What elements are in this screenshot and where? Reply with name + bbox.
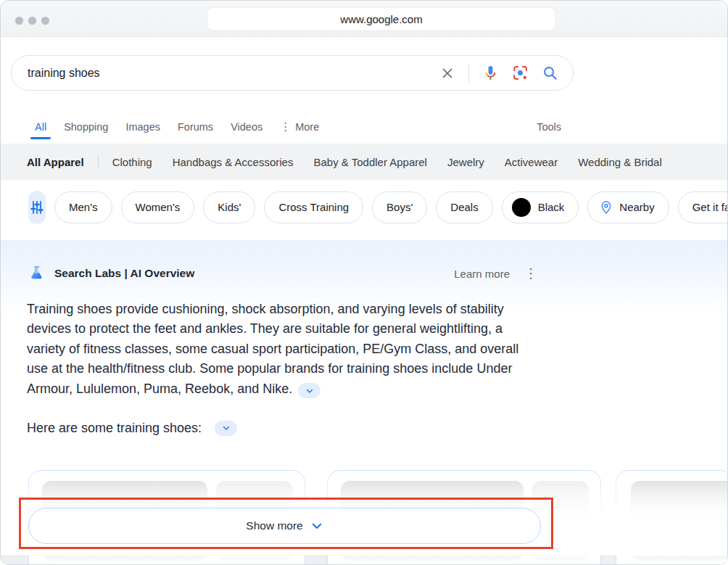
chip-label: Boys': [386, 201, 413, 213]
tab-more[interactable]: ⋮ More: [280, 110, 319, 144]
window-control-dot[interactable]: [41, 17, 49, 25]
location-pin-icon: [599, 200, 613, 215]
filter-chips-row: Men's Women's Kids' Cross Training Boys'…: [1, 180, 727, 240]
ai-overview-title: Search Labs | AI Overview: [54, 267, 194, 280]
tab-label: More: [295, 121, 319, 133]
chip-nearby[interactable]: Nearby: [587, 191, 669, 223]
ai-overview-section: Search Labs | AI Overview Learn more ⋮ T…: [1, 240, 727, 458]
search-labs-flask-icon: [28, 265, 46, 282]
address-bar[interactable]: www.google.com: [207, 8, 555, 30]
expand-list-button[interactable]: [215, 421, 237, 436]
chip-mens[interactable]: Men's: [54, 191, 112, 223]
tab-label: Images: [125, 121, 160, 133]
category-jewelry[interactable]: Jewelry: [447, 156, 484, 168]
tab-videos[interactable]: Videos: [231, 110, 262, 144]
ai-overview-intro-text: Here are some training shoes:: [27, 421, 202, 436]
category-clothing[interactable]: Clothing: [112, 156, 152, 168]
product-image-placeholder: [532, 481, 589, 561]
tools-button[interactable]: Tools: [537, 110, 561, 144]
chip-label: Men's: [69, 201, 98, 213]
chevron-down-icon: [310, 519, 323, 532]
chip-deals[interactable]: Deals: [436, 191, 492, 223]
overflow-menu-icon[interactable]: ⋮: [524, 267, 537, 280]
tab-label: All: [35, 121, 46, 133]
category-activewear[interactable]: Activewear: [505, 156, 558, 168]
tab-label: Videos: [231, 121, 262, 133]
clear-icon[interactable]: [439, 65, 455, 81]
ai-overview-body: Training shoes provide cushioning, shock…: [27, 300, 539, 399]
category-wedding-bridal[interactable]: Wedding & Bridal: [578, 156, 662, 168]
chip-label: Nearby: [619, 201, 654, 213]
window-control-dot[interactable]: [28, 17, 36, 25]
ai-overview-text: Training shoes provide cushioning, shock…: [27, 302, 518, 396]
search-query-text[interactable]: training shoes: [28, 67, 439, 80]
chip-label: Black: [538, 201, 565, 213]
tab-label: Forums: [178, 121, 213, 133]
chip-kids[interactable]: Kids': [203, 191, 255, 223]
search-input[interactable]: training shoes: [11, 55, 574, 91]
search-submit-icon[interactable]: [542, 65, 558, 81]
result-tabs: All Shopping Images Forums Videos ⋮ More…: [1, 110, 727, 144]
search-icons-divider: [468, 64, 469, 83]
address-bar-url: www.google.com: [340, 13, 422, 25]
learn-more-link[interactable]: Learn more: [454, 268, 510, 280]
chip-black[interactable]: Black: [502, 191, 579, 223]
category-baby-toddler[interactable]: Baby & Toddler Apparel: [313, 156, 427, 168]
chip-label: Deals: [450, 201, 478, 213]
expand-snippet-button[interactable]: [298, 383, 320, 398]
chip-cross-training[interactable]: Cross Training: [264, 191, 363, 223]
ai-overview-intro-row: Here are some training shoes:: [27, 418, 727, 438]
browser-window: www.google.com training shoes: [0, 0, 728, 565]
category-bar: All Apparel Clothing Handbags & Accessor…: [1, 144, 727, 180]
search-bar-section: training shoes: [1, 37, 727, 110]
category-all-apparel[interactable]: All Apparel: [27, 156, 84, 168]
chip-boys[interactable]: Boys': [372, 191, 427, 223]
product-image-placeholder: [631, 481, 728, 561]
chip-label: Get it fast: [692, 201, 728, 213]
tab-all[interactable]: All: [35, 110, 46, 144]
category-divider: [98, 154, 99, 169]
tune-filters-button[interactable]: [28, 191, 46, 224]
google-lens-icon[interactable]: [512, 65, 529, 81]
ai-overview-header: Search Labs | AI Overview Learn more ⋮: [28, 263, 537, 284]
window-control-dot[interactable]: [15, 17, 23, 25]
tools-label: Tools: [537, 121, 561, 133]
black-color-swatch: [512, 198, 531, 217]
kebab-dots-icon: ⋮: [280, 121, 291, 132]
chip-label: Kids': [218, 201, 241, 213]
product-card[interactable]: [616, 470, 728, 565]
filter-sliders-icon: [28, 199, 46, 216]
tab-label: Shopping: [64, 121, 108, 133]
chip-label: Cross Training: [278, 201, 349, 213]
voice-search-icon[interactable]: [482, 65, 499, 81]
tab-forums[interactable]: Forums: [178, 110, 213, 144]
tab-shopping[interactable]: Shopping: [64, 110, 108, 144]
tab-images[interactable]: Images: [125, 110, 160, 144]
browser-titlebar: www.google.com: [1, 1, 727, 37]
chip-get-it-fast[interactable]: Get it fast: [678, 191, 728, 223]
window-controls[interactable]: [15, 17, 49, 25]
chip-womens[interactable]: Women's: [121, 191, 195, 223]
chip-label: Women's: [136, 201, 181, 213]
show-more-label: Show more: [246, 519, 302, 532]
search-bar-icons: [439, 64, 558, 83]
category-handbags[interactable]: Handbags & Accessories: [173, 156, 294, 168]
show-more-button[interactable]: Show more: [28, 508, 541, 544]
product-cards-area: Show more: [1, 470, 727, 556]
